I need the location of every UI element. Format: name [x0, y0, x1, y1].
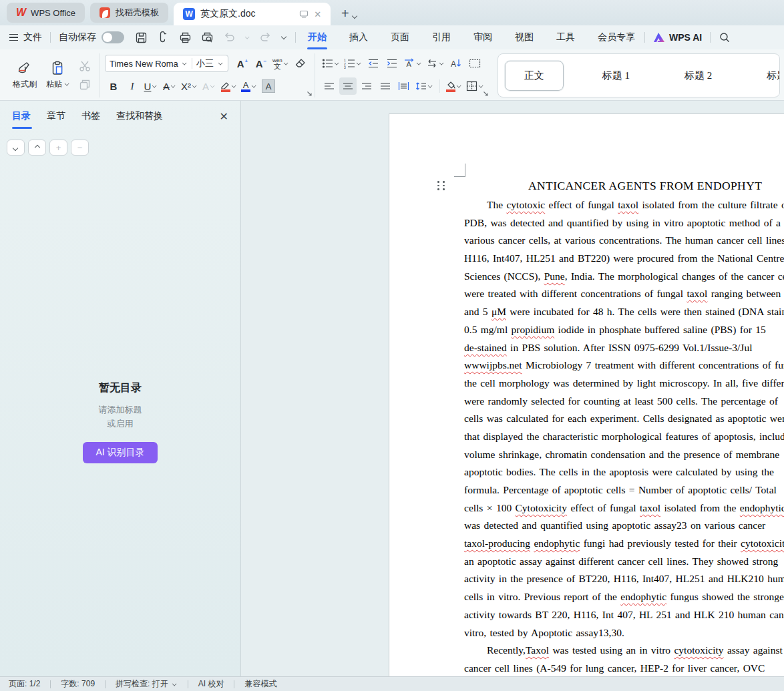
italic-button[interactable]: I — [124, 77, 141, 95]
doc-title[interactable]: ANTICANCER AGENTS FROM ENDOPHYT — [464, 176, 784, 196]
open-in-window-icon[interactable] — [299, 10, 309, 18]
menu-tab-开始[interactable]: 开始 — [307, 26, 328, 49]
superscript-button[interactable]: X² — [180, 77, 199, 95]
close-document-icon[interactable]: ✕ — [314, 9, 321, 19]
text-effects-button[interactable]: A — [200, 77, 218, 95]
export-pdf-icon[interactable] — [157, 31, 170, 44]
ai-recognize-toc-button[interactable]: AI 识别目录 — [83, 442, 157, 463]
doc-line[interactable]: were treated with different concentratio… — [464, 285, 784, 303]
redo-icon[interactable] — [260, 32, 272, 43]
clear-format-button[interactable] — [292, 55, 309, 72]
pane-tab-书签[interactable]: 书签 — [81, 110, 100, 129]
align-right-button[interactable] — [358, 77, 375, 95]
bullet-list-button[interactable] — [321, 55, 341, 72]
tab-document[interactable]: W 英文原文.doc ✕ — [174, 3, 331, 25]
distribute-button[interactable] — [395, 77, 413, 95]
print-preview-icon[interactable] — [201, 31, 214, 44]
page-setup-grid-button[interactable] — [466, 55, 483, 72]
text-wrap-button[interactable] — [425, 55, 446, 72]
doc-line[interactable]: 0.5 mg/ml propidium iodide in phosphate … — [464, 321, 784, 339]
paragraph-dialog-launcher-icon[interactable] — [483, 91, 489, 97]
doc-line[interactable]: cells × 100 Cytotoxicity effect of funga… — [464, 499, 784, 517]
doc-line[interactable]: Recently,Taxol was tested using an in vi… — [464, 642, 784, 660]
doc-line[interactable]: an apoptotic assay against different can… — [464, 553, 784, 571]
doc-line[interactable]: were randomly selected for counting at l… — [464, 393, 784, 411]
align-left-button[interactable] — [321, 77, 338, 95]
document-page[interactable]: ANTICANCER AGENTS FROM ENDOPHYT The cyto… — [389, 113, 784, 676]
new-tab-button[interactable]: + — [341, 6, 349, 21]
page-indicator[interactable]: 页面: 1/2 — [9, 678, 40, 690]
style-标题 2[interactable]: 标题 2 — [668, 61, 728, 90]
menu-tab-插入[interactable]: 插入 — [348, 26, 369, 49]
doc-line[interactable]: PDB, was detected and quantified by usin… — [464, 214, 784, 232]
pane-tab-目录[interactable]: 目录 — [12, 110, 31, 129]
font-dialog-launcher-icon[interactable] — [307, 91, 313, 97]
increase-indent-button[interactable] — [383, 55, 401, 72]
doc-line[interactable]: cells in vitro. Previous report of the e… — [464, 588, 784, 606]
align-center-button[interactable] — [339, 77, 357, 95]
bold-button[interactable]: B — [105, 77, 122, 95]
close-pane-icon[interactable]: ✕ — [220, 110, 228, 123]
doc-line[interactable]: The cytotoxic effect of fungal taxol iso… — [464, 196, 784, 214]
word-count[interactable]: 字数: 709 — [61, 678, 95, 690]
spellcheck-status[interactable]: 拼写检查: 打开 — [116, 678, 178, 690]
previous-heading-button[interactable] — [28, 140, 46, 156]
doc-line[interactable]: taxol-producing endophytic fungi had pre… — [464, 535, 784, 553]
paragraph-drag-handle-icon[interactable] — [437, 181, 445, 190]
font-name-chevron-icon[interactable] — [182, 61, 187, 65]
ai-proofread-button[interactable]: AI 校对 — [198, 678, 224, 690]
doc-line[interactable]: wwwijpbs.net Microbiology 7 treatment wi… — [464, 357, 784, 375]
doc-line[interactable]: was detected and quantified using apopto… — [464, 517, 784, 535]
menu-tab-审阅[interactable]: 审阅 — [472, 26, 494, 49]
compatibility-mode-badge[interactable]: 兼容模式 — [244, 678, 276, 690]
collapse-button[interactable]: − — [71, 140, 89, 156]
text-direction-button[interactable]: A — [402, 55, 423, 72]
doc-line[interactable]: various cancer cells, at various concent… — [464, 232, 784, 250]
main-menu-icon[interactable] — [9, 34, 18, 41]
style-标题 3[interactable]: 标题 3 — [751, 61, 780, 90]
shading-button[interactable] — [445, 77, 463, 95]
search-icon[interactable] — [719, 31, 731, 43]
character-shading-button[interactable]: A — [260, 77, 277, 95]
undo-chevron-icon[interactable] — [245, 35, 250, 39]
font-name-select[interactable]: Times New Roma — [110, 59, 182, 69]
decrease-font-button[interactable]: A− — [252, 55, 270, 72]
doc-line[interactable]: activity in the presence of BT220, H116,… — [464, 570, 784, 588]
menu-tab-页面[interactable]: 页面 — [389, 26, 411, 49]
format-painter-button[interactable]: 格式刷 — [9, 53, 40, 96]
decrease-indent-button[interactable] — [365, 55, 382, 72]
undo-icon[interactable] — [223, 32, 235, 43]
doc-line[interactable]: cells was calculated for each experiment… — [464, 410, 784, 428]
menu-tab-引用[interactable]: 引用 — [431, 26, 452, 49]
doc-line[interactable]: volume shrinkage, chromatin condensation… — [464, 446, 784, 464]
doc-line[interactable]: formula. Percentage of apoptotic cells =… — [464, 481, 784, 499]
pane-tab-查找和替换[interactable]: 查找和替换 — [116, 110, 163, 129]
font-color-button[interactable]: A — [240, 77, 258, 95]
phonetic-guide-button[interactable]: wén文 — [271, 55, 290, 72]
doc-line[interactable]: activity towards BT 220, H116, Int 407, … — [464, 606, 784, 624]
style-标题 1[interactable]: 标题 1 — [586, 61, 646, 90]
next-heading-button[interactable] — [7, 140, 25, 156]
style-正文[interactable]: 正文 — [505, 61, 564, 91]
pane-tab-章节[interactable]: 章节 — [47, 110, 65, 129]
font-size-chevron-icon[interactable] — [218, 61, 223, 65]
strikethrough-button[interactable]: A — [161, 77, 178, 95]
wps-ai-button[interactable]: WPS AI — [653, 32, 702, 43]
underline-button[interactable]: U — [142, 77, 160, 95]
increase-font-button[interactable]: A+ — [234, 55, 251, 72]
doc-line[interactable]: apoptotic bodies. The cells in the apopt… — [464, 463, 784, 481]
clipboard-dialog-launcher-icon[interactable] — [91, 91, 97, 97]
menu-tab-工具[interactable]: 工具 — [555, 26, 576, 49]
autosave-toggle[interactable] — [102, 31, 124, 43]
doc-line[interactable]: the cell morphology was determined by li… — [464, 375, 784, 393]
menu-tab-视图[interactable]: 视图 — [514, 26, 535, 49]
tab-docer-template[interactable]: 找稻壳模板 — [90, 3, 168, 23]
copy-icon[interactable] — [79, 79, 91, 91]
justify-button[interactable] — [377, 77, 394, 95]
history-chevron-icon[interactable] — [281, 35, 287, 40]
doc-line[interactable]: that displayed the characteristic morpho… — [464, 428, 784, 446]
file-menu[interactable]: 文件 — [23, 31, 42, 43]
line-spacing-button[interactable] — [414, 77, 435, 95]
cut-icon[interactable] — [79, 60, 91, 72]
expand-button[interactable]: + — [49, 140, 67, 156]
